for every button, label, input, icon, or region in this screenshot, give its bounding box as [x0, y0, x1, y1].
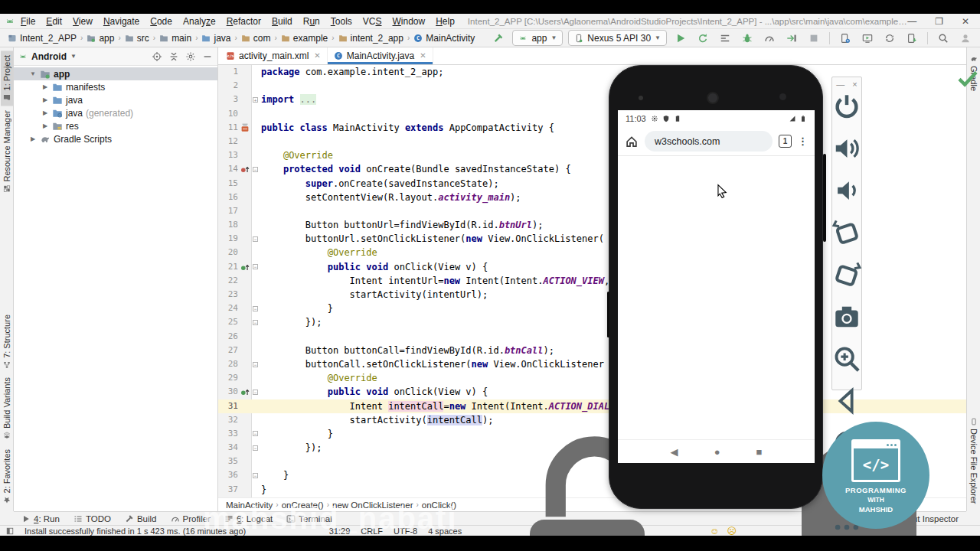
address-bar[interactable]: w3schools.com: [645, 131, 773, 152]
emulator-volume-down-button[interactable]: [832, 176, 861, 205]
project-view-select[interactable]: Android: [31, 51, 67, 62]
fold-collapse-icon[interactable]: −: [253, 167, 258, 172]
running-devices-button[interactable]: [859, 31, 876, 46]
tree-arrow[interactable]: ▶: [41, 109, 49, 116]
tool-window-build[interactable]: Build: [125, 514, 157, 523]
menu-navigate[interactable]: Navigate: [98, 15, 145, 28]
tree-row-app[interactable]: ▼app: [14, 67, 217, 80]
run-configuration-select[interactable]: app▼: [512, 30, 563, 46]
menu-edit[interactable]: Edit: [41, 15, 67, 28]
breadcrumb-item-intent_2_app[interactable]: intent_2_app: [337, 32, 405, 44]
tree-row-java[interactable]: ▶java (generated): [14, 106, 217, 119]
breadcrumb-item-example[interactable]: example: [279, 32, 329, 44]
debug-button[interactable]: [739, 31, 756, 46]
breadcrumb-item-intent_2_app[interactable]: Intent_2_APP: [6, 32, 78, 44]
menu-build[interactable]: Build: [266, 15, 298, 28]
emulator-rotate-left-button[interactable]: [832, 218, 861, 247]
strip-item-resource-manager[interactable]: Resource Manager: [1, 106, 13, 197]
breadcrumb-item-app[interactable]: app: [85, 32, 116, 44]
profile-button[interactable]: [717, 31, 733, 46]
run-button[interactable]: [672, 31, 689, 46]
breadcrumb-item-mainactivity[interactable]: CMainActivity: [412, 32, 476, 44]
fold-collapse-icon[interactable]: −: [253, 473, 258, 478]
breadcrumb-item-main[interactable]: main: [158, 32, 193, 44]
build-hammer-button[interactable]: [490, 31, 507, 46]
device-select[interactable]: Nexus 5 API 30▼: [568, 30, 667, 46]
breadcrumb-item-com[interactable]: com: [240, 32, 273, 44]
project-hide-button[interactable]: [202, 51, 213, 62]
avatar-button[interactable]: [957, 31, 974, 46]
menu-vcs[interactable]: VCS: [358, 15, 387, 28]
tree-arrow[interactable]: ▼: [29, 70, 37, 77]
attach-button[interactable]: [783, 31, 800, 46]
nav-overview-button[interactable]: ■: [756, 446, 763, 458]
status-smile-happy[interactable]: ☺: [710, 526, 719, 536]
phone-power-button[interactable]: [823, 154, 826, 242]
sync-button[interactable]: [881, 31, 898, 46]
menu-help[interactable]: Help: [430, 15, 460, 28]
emulator-volume-up-button[interactable]: [832, 134, 861, 163]
tree-arrow[interactable]: ▶: [41, 83, 49, 90]
breadcrumb-item-java[interactable]: java: [200, 32, 232, 44]
tree-row-gradle-scripts[interactable]: ▶Gradle Scripts: [14, 132, 217, 145]
emulator-close-button[interactable]: ×: [852, 80, 857, 89]
search-button[interactable]: [935, 31, 952, 46]
tree-row-java[interactable]: ▶java: [14, 93, 217, 106]
project-collapse-button[interactable]: [168, 51, 179, 62]
window-maximize-button[interactable]: ❐: [935, 16, 943, 27]
emulator-zoom-button[interactable]: [832, 344, 861, 373]
strip-item-2-favorites[interactable]: 2: Favorites: [1, 445, 13, 508]
tab-activity-main-xml[interactable]: </>activity_main.xml✕: [220, 47, 328, 64]
tree-arrow[interactable]: ▶: [29, 135, 37, 142]
sdk-manager-button[interactable]: [903, 31, 920, 46]
tree-arrow[interactable]: ▶: [41, 122, 49, 129]
tree-row-manifests[interactable]: ▶manifests: [14, 80, 217, 93]
tree-arrow[interactable]: ▶: [41, 96, 49, 103]
override-red-icon[interactable]: [240, 164, 250, 174]
nav-home-button[interactable]: ●: [714, 446, 720, 458]
menu-analyze[interactable]: Analyze: [178, 15, 221, 28]
menu-view[interactable]: View: [67, 15, 98, 28]
tab-mainactivity-java[interactable]: CMainActivity.java✕: [328, 47, 433, 64]
fold-collapse-icon[interactable]: −: [253, 445, 258, 451]
emulator-minimize-button[interactable]: —: [836, 80, 844, 89]
override-green-icon[interactable]: [240, 386, 250, 397]
emulator-rotate-right-button[interactable]: [832, 260, 861, 289]
fold-collapse-icon[interactable]: −: [253, 320, 258, 325]
apply-changes-button[interactable]: [694, 31, 711, 46]
profiler-button[interactable]: [761, 31, 778, 46]
phone-volume-button[interactable]: [607, 292, 609, 337]
browser-menu-icon[interactable]: ⋮: [798, 140, 808, 143]
fold-collapse-icon[interactable]: −: [253, 236, 258, 242]
override-green-icon[interactable]: [240, 262, 250, 272]
menu-file[interactable]: File: [15, 15, 41, 28]
phone-screen[interactable]: 11:03 w3schools.com 1 ⋮ ◀●■: [618, 110, 815, 463]
window-minimize-button[interactable]: —: [907, 16, 916, 27]
breadcrumb-item-src[interactable]: src: [123, 32, 151, 44]
fold-collapse-icon[interactable]: −: [253, 362, 258, 367]
home-icon[interactable]: [625, 135, 639, 148]
tab-close-icon[interactable]: ✕: [420, 51, 426, 60]
menu-code[interactable]: Code: [145, 15, 178, 28]
project-settings-button[interactable]: [185, 51, 196, 62]
tab-count-button[interactable]: 1: [779, 135, 792, 148]
emulator-camera-button[interactable]: [832, 302, 861, 331]
project-target-button[interactable]: [152, 51, 162, 62]
inspections-ok-icon[interactable]: [956, 66, 980, 90]
strip-item-1-project[interactable]: 1: Project: [1, 51, 13, 106]
menu-tools[interactable]: Tools: [325, 15, 358, 28]
status-smile-sad[interactable]: ☹: [727, 526, 737, 536]
class-badge-icon[interactable]: [240, 122, 250, 133]
strip-item-7-structure[interactable]: 7: Structure: [1, 310, 13, 373]
strip-item-build-variants[interactable]: Build Variants: [1, 373, 13, 444]
nav-back-button[interactable]: ◀: [671, 446, 678, 458]
fold-collapse-icon[interactable]: −: [253, 264, 258, 269]
menu-window[interactable]: Window: [387, 15, 430, 28]
menu-run[interactable]: Run: [298, 15, 325, 28]
fold-collapse-icon[interactable]: −: [253, 390, 258, 395]
tool-window-switcher-icon[interactable]: [6, 527, 14, 535]
tool-window-4-run[interactable]: 4: Run: [21, 514, 60, 523]
device-manager-button[interactable]: [837, 31, 854, 46]
tab-close-icon[interactable]: ✕: [314, 51, 320, 60]
window-close-button[interactable]: ✕: [962, 16, 969, 27]
